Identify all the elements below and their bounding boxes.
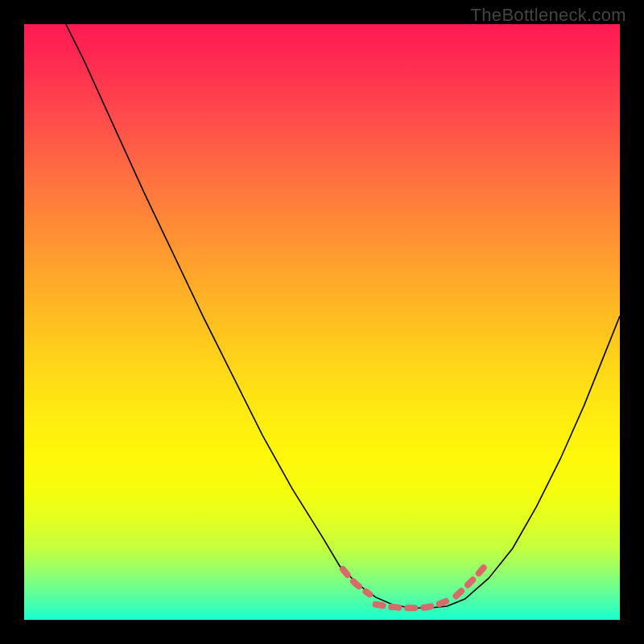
highlight-dashes <box>343 564 486 608</box>
watermark-label: TheBottleneck.com <box>471 5 626 26</box>
main-curve <box>66 24 620 608</box>
curve-svg <box>24 24 620 620</box>
highlight-right <box>456 564 487 596</box>
chart-root: TheBottleneck.com <box>0 0 644 644</box>
highlight-left <box>343 569 369 594</box>
plot-area <box>24 24 620 620</box>
